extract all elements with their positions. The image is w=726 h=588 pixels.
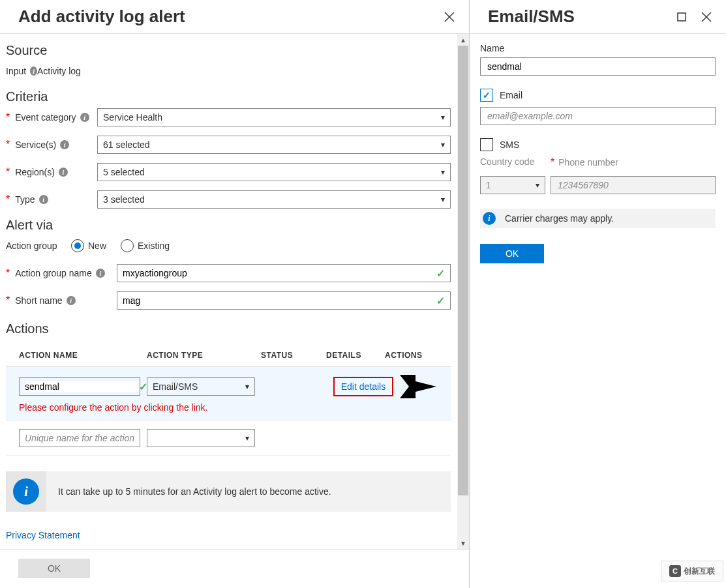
sms-checkbox[interactable] — [480, 138, 493, 151]
chevron-down-icon: ▾ — [441, 113, 445, 122]
text-input[interactable] — [123, 268, 436, 278]
chevron-down-icon: ▾ — [441, 168, 445, 177]
arrow-annotation-icon — [400, 375, 436, 398]
action-name-input[interactable]: ✓ — [19, 377, 140, 396]
country-code-label: Country code — [480, 156, 545, 168]
ok-button-disabled[interactable]: OK — [18, 559, 90, 578]
info-icon: i — [13, 478, 39, 505]
validation-check-icon: ✓ — [436, 295, 445, 307]
info-icon[interactable]: i — [60, 140, 69, 149]
info-icon[interactable]: i — [59, 168, 68, 177]
actions-table-header: ACTION NAME ACTION TYPE STATUS DETAILS A… — [6, 340, 451, 367]
action-type-select[interactable]: ▾ — [147, 429, 255, 447]
info-banner-icon-box: i — [480, 209, 498, 228]
radio-icon — [121, 239, 134, 252]
required-indicator: * — [6, 267, 10, 279]
regions-select[interactable]: 5 selected ▾ — [97, 163, 451, 181]
carrier-info-banner: i Carrier charges may apply. — [480, 209, 716, 228]
svg-rect-3 — [678, 13, 686, 21]
required-indicator: * — [6, 194, 10, 205]
right-panel-title: Email/SMS — [488, 7, 575, 27]
close-icon[interactable] — [699, 9, 714, 25]
info-icon[interactable]: i — [96, 269, 105, 278]
info-icon[interactable]: i — [67, 296, 76, 305]
text-input[interactable] — [25, 381, 139, 392]
watermark-text: 创新互联 — [684, 566, 715, 577]
action-group-name-label: Action group name — [15, 268, 92, 278]
type-label: Type — [15, 194, 35, 205]
phone-number-label: Phone number — [558, 157, 618, 168]
name-input[interactable] — [480, 57, 716, 76]
radio-new[interactable]: New — [71, 239, 106, 252]
chevron-down-icon: ▾ — [245, 382, 249, 391]
maximize-icon[interactable] — [674, 9, 689, 25]
action-name-input[interactable] — [19, 429, 140, 447]
info-icon[interactable]: i — [80, 113, 89, 122]
ok-button[interactable]: OK — [480, 244, 544, 263]
carrier-info-text: Carrier charges may apply. — [498, 213, 614, 224]
radio-label: New — [88, 241, 106, 251]
input-value: Activity log — [37, 66, 81, 76]
input-label: Input — [6, 66, 26, 76]
chevron-down-icon: ▾ — [441, 140, 445, 149]
email-checkbox[interactable] — [480, 89, 493, 102]
actions-heading: Actions — [6, 321, 451, 336]
required-indicator: * — [6, 295, 10, 306]
info-icon[interactable]: i — [30, 66, 37, 76]
info-icon[interactable]: i — [39, 195, 48, 204]
edit-details-link[interactable]: Edit details — [333, 377, 393, 396]
select-value: Email/SMS — [153, 381, 198, 392]
email-input[interactable] — [480, 107, 716, 125]
scrollbar-thumb[interactable] — [458, 46, 468, 495]
action-type-select[interactable]: Email/SMS ▾ — [147, 377, 255, 396]
required-indicator: * — [6, 111, 10, 123]
privacy-statement-link[interactable]: Privacy Statement — [6, 530, 80, 540]
event-category-label: Event category — [15, 112, 76, 123]
logo-icon: C — [669, 565, 681, 577]
action-row: ▾ — [6, 421, 451, 456]
sms-label: SMS — [500, 140, 519, 150]
phone-number-input — [551, 176, 716, 194]
action-warning-text: Please configure the action by clicking … — [19, 402, 444, 413]
text-input[interactable] — [25, 433, 139, 443]
scroll-down-icon[interactable]: ▼ — [457, 537, 469, 549]
radio-icon — [71, 239, 84, 252]
scroll-up-icon[interactable]: ▲ — [457, 34, 469, 46]
country-code-select[interactable]: 1 ▾ — [480, 176, 545, 194]
left-panel-title: Add activity log alert — [18, 7, 185, 27]
alert-via-heading: Alert via — [6, 218, 451, 233]
action-row: ✓ Email/SMS ▾ Edit details Please config… — [6, 367, 451, 421]
radio-existing[interactable]: Existing — [121, 239, 170, 252]
close-icon[interactable] — [442, 9, 457, 25]
action-group-name-input[interactable]: ✓ — [117, 264, 451, 282]
left-panel-footer: OK — [0, 549, 469, 588]
header-action-name: ACTION NAME — [19, 351, 147, 360]
info-icon: i — [483, 212, 496, 225]
info-banner-text: It can take up to 5 minutes for an Activ… — [46, 486, 343, 497]
select-value: 61 selected — [103, 140, 150, 150]
scrollbar-track[interactable]: ▲ ▼ — [457, 34, 469, 549]
event-category-select[interactable]: Service Health ▾ — [97, 108, 451, 126]
short-name-label: Short name — [15, 295, 62, 306]
right-panel-body: Name Email SMS Country code * Phone numb… — [470, 34, 726, 272]
header-actions: ACTIONS — [385, 351, 431, 360]
email-label: Email — [500, 90, 522, 100]
select-value: 1 — [486, 180, 491, 190]
services-label: Service(s) — [15, 140, 56, 150]
required-indicator: * — [551, 156, 554, 168]
criteria-heading: Criteria — [6, 89, 451, 104]
text-input[interactable] — [123, 295, 436, 306]
header-status: STATUS — [261, 351, 326, 360]
required-indicator: * — [6, 139, 10, 151]
select-value: 3 selected — [103, 194, 145, 205]
short-name-input[interactable]: ✓ — [117, 291, 451, 310]
name-label: Name — [480, 43, 716, 53]
type-select[interactable]: 3 selected ▾ — [97, 190, 451, 209]
services-select[interactable]: 61 selected ▾ — [97, 136, 451, 154]
header-details: DETAILS — [326, 351, 385, 360]
select-value: Service Health — [103, 112, 162, 123]
left-panel-header: Add activity log alert — [0, 0, 469, 34]
chevron-down-icon: ▾ — [245, 434, 249, 443]
validation-check-icon: ✓ — [436, 267, 445, 280]
left-panel-body: ▲ ▼ Source Input i Activity log Criteria… — [0, 34, 469, 549]
